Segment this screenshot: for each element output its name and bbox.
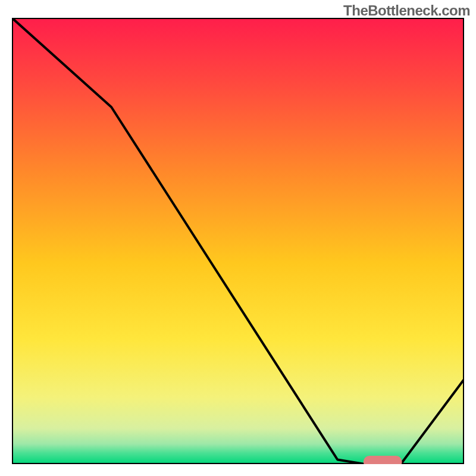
chart-container: TheBottleneck.com [0,0,476,476]
optimal-range-marker [364,456,402,464]
plot-area [12,18,464,464]
chart-svg [12,18,464,464]
watermark-text: TheBottleneck.com [343,2,470,19]
gradient-background [12,18,464,464]
